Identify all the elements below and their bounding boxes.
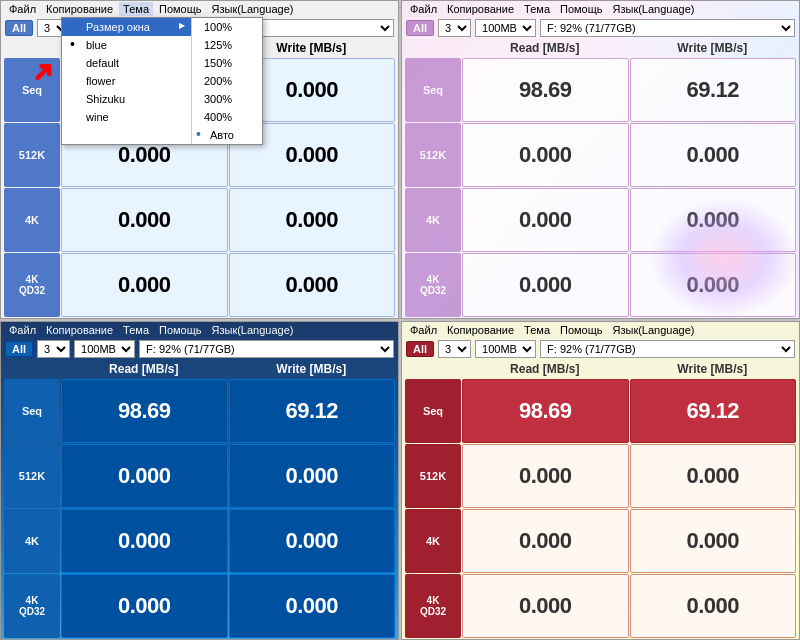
dropdown-theme-flower[interactable]: flower [62,72,191,90]
data-grid-2: Seq 98.69 69.12 512K 0.000 0.000 4K 0.00… [402,57,799,318]
512k-label-3: 512K [4,444,60,508]
table-row: 4KQD32 0.000 0.000 [405,574,796,638]
menu-lang-3[interactable]: Язык(Language) [208,323,298,337]
read-header-3: Read [MB/s] [60,361,228,377]
4k-read-4: 0.000 [462,509,629,573]
dropdown-theme-blue[interactable]: blue [62,36,191,54]
menu-help-2[interactable]: Помощь [556,2,607,16]
size-200[interactable]: 200% [192,72,262,90]
table-row: 4K 0.000 0.000 [405,188,796,252]
read-header-4: Read [MB/s] [461,361,629,377]
count-select-4[interactable]: 3 [438,340,471,358]
4k-write-2: 0.000 [630,188,797,252]
seq-read-2: 98.69 [462,58,629,122]
table-row: 512K 0.000 0.000 [4,444,395,508]
menu-file-4[interactable]: Файл [406,323,441,337]
header-bottom-left: Read [MB/s] Write [MB/s] [1,360,398,378]
menubar-bottom-right: Файл Копирование Тема Помощь Язык(Langua… [402,322,799,338]
all-button-3[interactable]: All [5,341,33,357]
controls-top-right: All 3 100MB F: 92% (71/77GB) [402,17,799,39]
menu-lang-1[interactable]: Язык(Language) [208,2,298,16]
size-400[interactable]: 400% [192,108,262,126]
menubar-top-left: Файл Копирование Тема Помощь Язык(Langua… [1,1,398,17]
4k-write-3: 0.000 [229,509,396,573]
size-select-3[interactable]: 100MB [74,340,135,358]
seq-write-2: 69.12 [630,58,797,122]
4k-read-2: 0.000 [462,188,629,252]
size-auto[interactable]: Авто [192,126,262,144]
controls-bottom-left: All 3 100MB F: 92% (71/77GB) [1,338,398,360]
count-select-2[interactable]: 3 [438,19,471,37]
menu-copy-3[interactable]: Копирование [42,323,117,337]
panel-top-left: Файл Копирование Тема Помощь Язык(Langua… [0,0,399,319]
4kqd32-label-1: 4KQD32 [4,253,60,317]
512k-write-2: 0.000 [630,123,797,187]
menu-theme-3[interactable]: Тема [119,323,153,337]
seq-label-4: Seq [405,379,461,443]
4k-write-1: 0.000 [229,188,396,252]
dropdown-theme-wine[interactable]: wine [62,108,191,126]
512k-label-2: 512K [405,123,461,187]
all-button-2[interactable]: All [406,20,434,36]
4kqd32-write-1: 0.000 [229,253,396,317]
header-top-right: Read [MB/s] Write [MB/s] [402,39,799,57]
header-bottom-right: Read [MB/s] Write [MB/s] [402,360,799,378]
seq-read-3: 98.69 [61,379,228,443]
size-125[interactable]: 125% [192,36,262,54]
theme-dropdown-menu: Размер окна blue default flower Shizuku … [61,17,263,145]
4kqd32-write-2: 0.000 [630,253,797,317]
size-select-2[interactable]: 100MB [475,19,536,37]
table-row: 4K 0.000 0.000 [405,509,796,573]
write-header-2: Write [MB/s] [629,40,797,56]
menu-help-3[interactable]: Помощь [155,323,206,337]
4kqd32-read-1: 0.000 [61,253,228,317]
table-row: 4KQD32 0.000 0.000 [4,253,395,317]
table-row: 4K 0.000 0.000 [4,509,395,573]
menu-help-4[interactable]: Помощь [556,323,607,337]
menu-theme-2[interactable]: Тема [520,2,554,16]
512k-read-2: 0.000 [462,123,629,187]
4kqd32-write-3: 0.000 [229,574,396,638]
drive-select-4[interactable]: F: 92% (71/77GB) [540,340,795,358]
seq-write-3: 69.12 [229,379,396,443]
4k-label-2: 4K [405,188,461,252]
menu-lang-4[interactable]: Язык(Language) [609,323,699,337]
menu-copy-4[interactable]: Копирование [443,323,518,337]
dropdown-size-menu[interactable]: Размер окна [62,18,191,36]
table-row: 4KQD32 0.000 0.000 [4,574,395,638]
4k-label-3: 4K [4,509,60,573]
dropdown-theme-default[interactable]: default [62,54,191,72]
512k-write-4: 0.000 [630,444,797,508]
menu-copy-2[interactable]: Копирование [443,2,518,16]
512k-read-4: 0.000 [462,444,629,508]
count-select-3[interactable]: 3 [37,340,70,358]
dropdown-section: Размер окна blue default flower Shizuku … [62,18,262,144]
menu-file-2[interactable]: Файл [406,2,441,16]
menubar-top-right: Файл Копирование Тема Помощь Язык(Langua… [402,1,799,17]
menu-theme-4[interactable]: Тема [520,323,554,337]
all-button-4[interactable]: All [406,341,434,357]
size-100[interactable]: 100% [192,18,262,36]
menu-file-1[interactable]: Файл [5,2,40,16]
size-select-4[interactable]: 100MB [475,340,536,358]
size-150[interactable]: 150% [192,54,262,72]
menu-copy-1[interactable]: Копирование [42,2,117,16]
drive-select-2[interactable]: F: 92% (71/77GB) [540,19,795,37]
dropdown-theme-shizuku[interactable]: Shizuku [62,90,191,108]
table-row: 4KQD32 0.000 0.000 [405,253,796,317]
table-row: 512K 0.000 0.000 [405,123,796,187]
seq-write-4: 69.12 [630,379,797,443]
menu-lang-2[interactable]: Язык(Language) [609,2,699,16]
table-row: 4K 0.000 0.000 [4,188,395,252]
512k-label-4: 512K [405,444,461,508]
panel-bottom-left: Файл Копирование Тема Помощь Язык(Langua… [0,321,399,640]
drive-select-3[interactable]: F: 92% (71/77GB) [139,340,394,358]
data-grid-4: Seq 98.69 69.12 512K 0.000 0.000 4K 0.00… [402,378,799,639]
menu-theme-1[interactable]: Тема [119,2,153,16]
4k-label-4: 4K [405,509,461,573]
size-300[interactable]: 300% [192,90,262,108]
menu-file-3[interactable]: Файл [5,323,40,337]
panel-bottom-right: Файл Копирование Тема Помощь Язык(Langua… [401,321,800,640]
menu-help-1[interactable]: Помощь [155,2,206,16]
all-button-1[interactable]: All [5,20,33,36]
